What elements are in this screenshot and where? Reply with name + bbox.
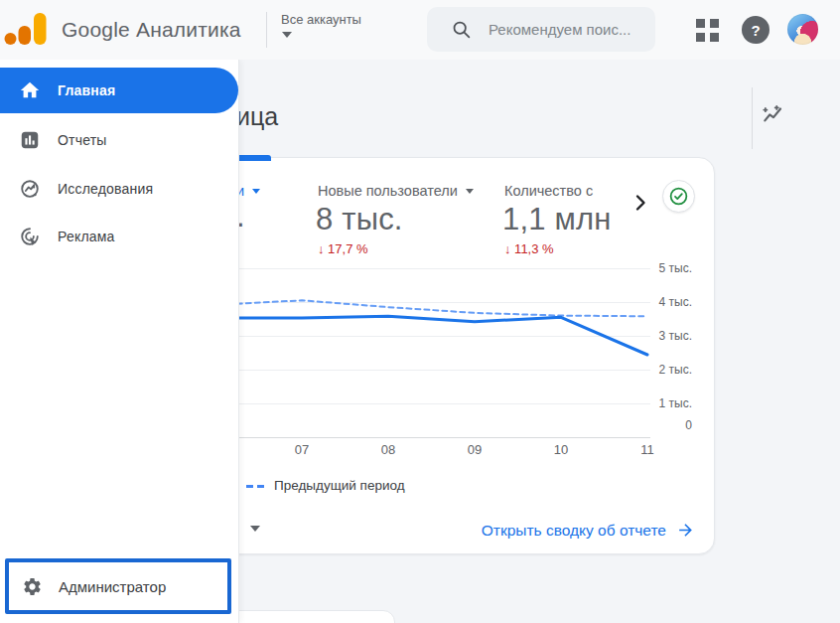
open-report-summary-label: Открыть сводку об отчете [482,522,666,540]
metric-events-change: ↓ 11,3 % [504,241,554,256]
date-range-chevron-down-icon[interactable] [250,526,260,532]
divider [752,87,753,149]
active-tab-indicator [235,155,271,161]
google-analytics-logo [4,13,48,47]
sidebar-item-label: Исследования [58,181,153,197]
metric-events-selector[interactable]: Количество с [504,183,593,199]
top-app-bar: Google Аналитика Все аккаунты Рекомендуе… [0,0,840,60]
chevron-down-icon [252,189,260,194]
legend-dash-icon [246,485,253,488]
product-name: Google Аналитика [62,18,241,42]
open-report-summary-link[interactable]: Открыть сводку об отчете [482,521,695,540]
legend-previous-period-label: Предыдущий период [274,478,405,493]
search-bar[interactable]: Рекомендуем поис... [427,7,655,52]
search-input[interactable]: Рекомендуем поис... [489,21,630,38]
user-avatar[interactable] [787,14,818,45]
metric-events-label: Количество с [504,183,593,199]
trend-chart: 5 тыс.4 тыс.3 тыс.2 тыс.1 тыс.0070809101… [235,256,715,460]
insights-icon[interactable] [761,102,786,128]
help-button[interactable]: ? [742,16,770,44]
sidebar-item-reports[interactable]: Отчеты [0,117,238,163]
sidebar-item-admin[interactable]: Администратор [5,558,231,614]
ads-icon [19,226,41,247]
reports-icon [19,129,41,151]
home-icon [19,79,41,101]
page-title: ица [236,102,278,131]
sidebar-item-label: Реклама [58,229,115,244]
divider [266,12,267,48]
apps-grid-icon[interactable] [696,19,719,42]
metric-events-value: 1,1 млн [502,202,612,237]
question-mark-icon: ? [751,22,760,39]
trend-chart-svg [235,256,715,460]
app-window: ица и . Новые пользователи 8 тыс. ↓ 17,7… [0,0,840,623]
sidebar-item-advertising[interactable]: Реклама [0,214,238,259]
sidebar-item-label: Отчеты [58,132,107,148]
account-selector-label[interactable]: Все аккаунты [281,12,361,27]
explore-icon [19,178,41,200]
check-circle-icon [668,186,689,207]
sidebar-item-explore[interactable]: Исследования [0,166,238,212]
metric-new-users-label: Новые пользователи [318,183,458,199]
legend-dash-icon [257,485,264,488]
sidebar-item-home[interactable]: Главная [0,68,238,113]
account-chevron-down-icon[interactable] [282,32,292,38]
navigation-drawer: Главная Отчеты И [0,60,239,623]
gear-icon [22,576,43,597]
previous-period-line [237,300,647,316]
current-period-line [237,316,647,355]
sidebar-item-label: Главная [58,82,115,98]
metric-new-users-value: 8 тыс. [316,202,403,237]
more-metrics-button[interactable] [629,191,652,215]
arrow-forward-icon [676,521,695,540]
sidebar-item-label: Администратор [59,578,166,595]
metric-new-users-change: ↓ 17,7 % [318,241,368,256]
chevron-down-icon [466,189,474,194]
metric-new-users-selector[interactable]: Новые пользователи [318,183,474,199]
metric-users-selector[interactable]: и [236,183,260,199]
search-icon [451,19,472,40]
status-ok-button[interactable] [662,180,695,213]
